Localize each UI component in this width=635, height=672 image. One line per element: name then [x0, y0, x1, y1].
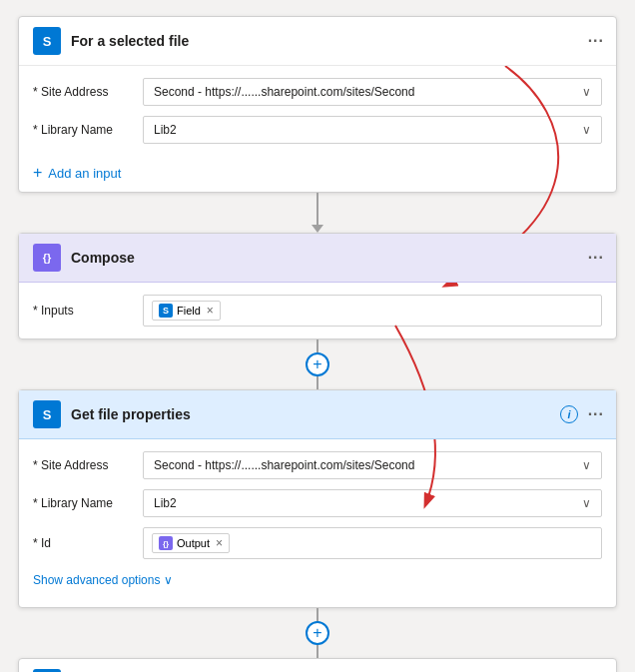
- plus-connector-1: +: [317, 339, 318, 389]
- trigger-card-header: S For a selected file ···: [19, 17, 616, 66]
- plus-connector-2: +: [317, 608, 318, 658]
- getfile-site-address-row: * Site Address Second - https://......sh…: [33, 451, 602, 479]
- show-advanced-chevron-icon: ∨: [164, 573, 173, 587]
- site-address-select[interactable]: Second - https://......sharepoint.com/si…: [143, 78, 602, 106]
- field-token-sp-icon: S: [159, 304, 173, 318]
- site-address-value: Second - https://......sharepoint.com/si…: [154, 85, 414, 99]
- library-name-chevron-icon: ∨: [582, 123, 591, 137]
- getfile-site-address-value: Second - https://......sharepoint.com/si…: [154, 458, 414, 472]
- connector-arrow-1: [312, 225, 323, 233]
- add-step-button-2[interactable]: +: [306, 621, 329, 645]
- getfile-sp-icon: S: [33, 400, 61, 428]
- show-advanced-label: Show advanced options: [33, 573, 160, 587]
- output-token-label: Output: [177, 537, 210, 549]
- field-token-label: Field: [177, 305, 201, 317]
- inputs-row: * Inputs S Field ×: [33, 295, 602, 327]
- site-address-label: * Site Address: [33, 85, 143, 99]
- trigger-title: For a selected file: [71, 33, 602, 49]
- getfile-id-label: * Id: [33, 536, 143, 550]
- library-name-row: * Library Name Lib2 ∨: [33, 116, 602, 144]
- compose-card-header: {} Compose ···: [19, 234, 616, 283]
- output-token-compose-icon: {}: [159, 536, 173, 550]
- getfile-card-header: S Get file properties i ···: [19, 390, 616, 439]
- compose-title: Compose: [71, 250, 602, 266]
- library-name-label: * Library Name: [33, 123, 143, 137]
- email-card: ✉ Send an email notification ···: [18, 658, 617, 672]
- getfile-ellipsis-button[interactable]: ···: [588, 405, 604, 423]
- add-input-link[interactable]: + Add an input: [19, 156, 616, 192]
- getfile-site-address-chevron-icon: ∨: [582, 458, 591, 472]
- getfile-title: Get file properties: [71, 406, 602, 422]
- getfile-library-name-value: Lib2: [154, 496, 177, 510]
- compose-ellipsis-button[interactable]: ···: [588, 249, 604, 267]
- getfile-site-address-select[interactable]: Second - https://......sharepoint.com/si…: [143, 451, 602, 479]
- compose-card-body: * Inputs S Field ×: [19, 283, 616, 338]
- getfile-id-row: * Id {} Output ×: [33, 527, 602, 559]
- add-step-button-1[interactable]: +: [306, 352, 329, 376]
- compose-card: {} Compose ··· * Inputs S Field ×: [18, 233, 617, 339]
- add-input-label: Add an input: [48, 166, 121, 181]
- show-advanced-options-link[interactable]: Show advanced options ∨: [33, 569, 602, 595]
- getfile-library-name-label: * Library Name: [33, 496, 143, 510]
- inputs-label: * Inputs: [33, 304, 143, 318]
- getfile-id-field[interactable]: {} Output ×: [143, 527, 602, 559]
- trigger-card: S For a selected file ··· * Site Address…: [18, 16, 617, 193]
- getfile-library-name-chevron-icon: ∨: [582, 496, 591, 510]
- site-address-row: * Site Address Second - https://......sh…: [33, 78, 602, 106]
- field-token-close-button[interactable]: ×: [207, 304, 214, 318]
- connector-line-1: [317, 193, 318, 225]
- getfile-card: S Get file properties i ··· * Site Addre…: [18, 389, 617, 608]
- site-address-chevron-icon: ∨: [582, 85, 591, 99]
- sharepoint-icon: S: [33, 27, 61, 55]
- info-button[interactable]: i: [560, 405, 578, 423]
- trigger-ellipsis-button[interactable]: ···: [588, 32, 604, 50]
- getfile-site-address-label: * Site Address: [33, 458, 143, 472]
- inputs-field[interactable]: S Field ×: [143, 295, 602, 327]
- trigger-card-body: * Site Address Second - https://......sh…: [19, 66, 616, 156]
- getfile-library-name-select[interactable]: Lib2 ∨: [143, 489, 602, 517]
- getfile-library-name-row: * Library Name Lib2 ∨: [33, 489, 602, 517]
- library-name-value: Lib2: [154, 123, 177, 137]
- email-card-header: ✉ Send an email notification ···: [19, 659, 616, 672]
- compose-icon: {}: [33, 244, 61, 272]
- output-token: {} Output ×: [152, 533, 230, 553]
- getfile-card-body: * Site Address Second - https://......sh…: [19, 439, 616, 607]
- library-name-select[interactable]: Lib2 ∨: [143, 116, 602, 144]
- output-token-close-button[interactable]: ×: [216, 536, 223, 550]
- add-input-plus-icon: +: [33, 164, 42, 182]
- connector-1: [312, 193, 323, 233]
- field-token: S Field ×: [152, 301, 221, 321]
